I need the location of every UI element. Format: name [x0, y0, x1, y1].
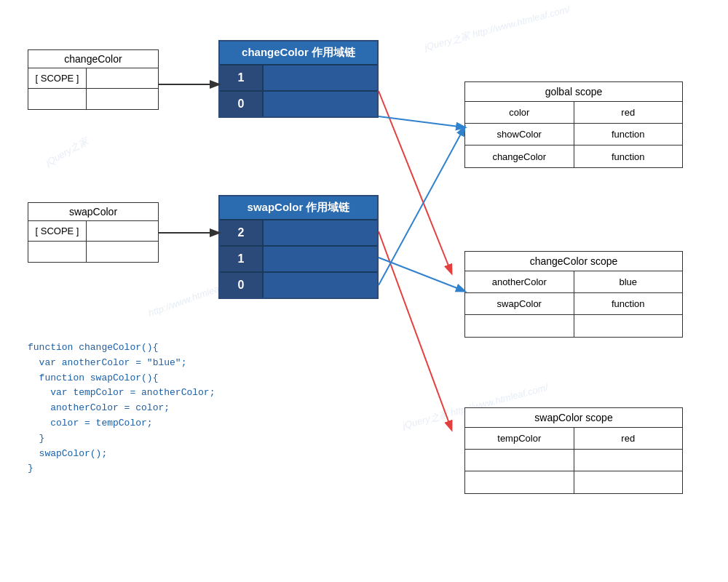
svg-line-3	[379, 116, 464, 127]
changecolor-chain-box: changeColor 作用域链 1 0	[218, 40, 379, 118]
changecolor-funcbox: changeColor [ SCOPE ]	[28, 49, 159, 110]
swapcolor-scope-val-empty1	[574, 450, 683, 471]
changecolor-scope-key-anothercolor: anotherColor	[465, 271, 574, 292]
changecolor-scope-label: [ SCOPE ]	[28, 68, 87, 88]
changecolor-chain-title: changeColor 作用域链	[220, 41, 377, 64]
swapcolor-scope-val-empty2	[574, 471, 683, 493]
changecolor-funcbox-title: changeColor	[28, 50, 158, 68]
changecolor-scope-row-empty	[465, 315, 682, 337]
changecolor-scope-val-anothercolor: blue	[574, 271, 683, 292]
swapcolor-chain-ptr2	[264, 247, 377, 271]
changecolor-scope-row-swapcolor: swapColor function	[465, 293, 682, 315]
code-line-6: color = tempColor;	[28, 416, 215, 431]
code-line-4: var tempColor = anotherColor;	[28, 386, 215, 401]
global-scope-key-changecolor: changeColor	[465, 146, 574, 167]
global-scope-val-color: red	[574, 102, 683, 123]
global-scope-box: golbal scope color red showColor functio…	[464, 81, 683, 168]
swapcolor-scope-row-empty2	[465, 471, 682, 493]
swapcolor-funcbox-title: swapColor	[28, 203, 158, 221]
svg-line-2	[379, 91, 451, 273]
code-line-9: }	[28, 461, 215, 477]
changecolor-scope-key-empty	[465, 315, 574, 337]
changecolor-chain-row1: 1	[220, 64, 377, 90]
global-scope-title: golbal scope	[465, 82, 682, 102]
swapcolor-scope-ptr	[87, 221, 158, 241]
changecolor-scope-val-swapcolor: function	[574, 293, 683, 314]
swapcolor-cell2-right	[87, 242, 158, 262]
changecolor-chain-row2: 0	[220, 90, 377, 116]
changecolor-chain-num2: 0	[220, 92, 264, 116]
global-scope-val-changecolor: function	[574, 146, 683, 167]
changecolor-chain-ptr2	[264, 92, 377, 116]
swapcolor-scope-label: [ SCOPE ]	[28, 221, 87, 241]
swapcolor-scope-row-empty1	[465, 450, 682, 471]
swapcolor-scope-title: swapColor scope	[465, 408, 682, 428]
swapcolor-funcbox-row1: [ SCOPE ]	[28, 221, 158, 242]
code-line-7: }	[28, 431, 215, 447]
swapcolor-chain-num2: 1	[220, 247, 264, 271]
swapcolor-scope-row-tempcolor: tempColor red	[465, 428, 682, 450]
global-scope-val-showcolor: function	[574, 124, 683, 145]
changecolor-funcbox-row1: [ SCOPE ]	[28, 68, 158, 89]
changecolor-cell2-left	[28, 89, 87, 109]
swapcolor-chain-title: swapColor 作用域链	[220, 196, 377, 219]
changecolor-scope-ptr	[87, 68, 158, 88]
global-scope-row-changecolor: changeColor function	[465, 146, 682, 167]
global-scope-row-color: color red	[465, 102, 682, 124]
swapcolor-chain-ptr3	[264, 273, 377, 298]
changecolor-funcbox-row2	[28, 89, 158, 109]
svg-line-5	[379, 258, 464, 291]
global-scope-row-showcolor: showColor function	[465, 124, 682, 146]
swapcolor-chain-row1: 2	[220, 219, 377, 245]
swapcolor-scope-val-tempcolor: red	[574, 428, 683, 449]
swapcolor-chain-num3: 0	[220, 273, 264, 298]
swapcolor-chain-ptr1	[264, 220, 377, 245]
swapcolor-scope-key-empty2	[465, 471, 574, 493]
swapcolor-scope-key-empty1	[465, 450, 574, 471]
changecolor-scope-box: changeColor scope anotherColor blue swap…	[464, 251, 683, 338]
code-line-5: anotherColor = color;	[28, 401, 215, 416]
global-scope-key-color: color	[465, 102, 574, 123]
changecolor-chain-num1: 1	[220, 65, 264, 90]
diagram-container: jQuery之家 http://www.htmleaf.com/ jQuery之…	[0, 0, 728, 582]
swapcolor-funcbox: swapColor [ SCOPE ]	[28, 202, 159, 263]
swapcolor-scope-key-tempcolor: tempColor	[465, 428, 574, 449]
changecolor-scope-val-empty	[574, 315, 683, 337]
code-line-2: var anotherColor = "blue";	[28, 356, 215, 371]
swapcolor-cell2-left	[28, 242, 87, 262]
changecolor-scope-row-anothercolor: anotherColor blue	[465, 271, 682, 293]
swapcolor-chain-row2: 1	[220, 245, 377, 271]
swapcolor-chain-box: swapColor 作用域链 2 1 0	[218, 195, 379, 299]
changecolor-cell2-right	[87, 89, 158, 109]
code-line-1: function changeColor(){	[28, 340, 215, 356]
code-line-8: swapColor();	[28, 447, 215, 462]
swapcolor-funcbox-row2	[28, 242, 158, 262]
global-scope-key-showcolor: showColor	[465, 124, 574, 145]
swapcolor-scope-box: swapColor scope tempColor red	[464, 407, 683, 494]
swapcolor-chain-num1: 2	[220, 220, 264, 245]
changecolor-chain-ptr1	[264, 65, 377, 90]
watermark-1: jQuery之家 http://www.htmleaf.com/	[423, 3, 571, 55]
changecolor-scope-title: changeColor scope	[465, 252, 682, 271]
svg-line-4	[379, 231, 451, 429]
svg-line-6	[379, 127, 464, 285]
code-block: function changeColor(){ var anotherColor…	[28, 340, 215, 477]
swapcolor-chain-row3: 0	[220, 271, 377, 298]
watermark-2: jQuery之家	[44, 135, 91, 170]
code-line-3: function swapColor(){	[28, 371, 215, 386]
changecolor-scope-key-swapcolor: swapColor	[465, 293, 574, 314]
